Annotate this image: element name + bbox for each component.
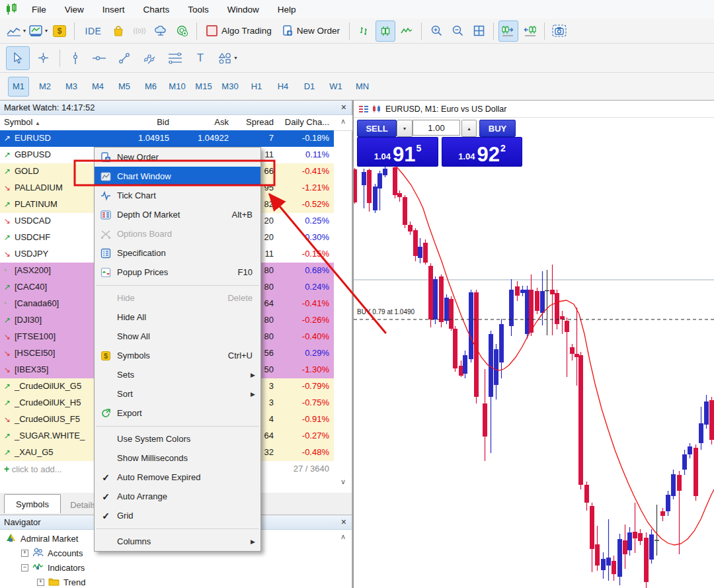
nav-item-accounts[interactable]: +Accounts bbox=[21, 546, 83, 560]
buy-button[interactable]: BUY bbox=[479, 120, 516, 137]
zoom-out-button[interactable] bbox=[448, 21, 467, 42]
fibo-tool-button[interactable] bbox=[163, 46, 188, 70]
scroll-down-icon[interactable]: ∨ bbox=[334, 478, 352, 486]
sell-button[interactable]: SELL bbox=[357, 120, 397, 137]
menu-item-new-order[interactable]: New Order bbox=[95, 147, 260, 167]
text-tool-button[interactable]: T bbox=[189, 46, 212, 70]
menu-item-symbols[interactable]: $SymbolsCtrl+U bbox=[95, 346, 260, 365]
menu-item-show-milliseconds[interactable]: Show Milliseconds bbox=[95, 448, 260, 468]
timeframe-mn[interactable]: MN bbox=[352, 77, 373, 97]
menu-item-popup-prices[interactable]: Popup PricesF10 bbox=[95, 263, 260, 282]
sell-price-display[interactable]: 1.04 91 5 bbox=[357, 137, 438, 167]
vertical-line-tool-button[interactable] bbox=[65, 46, 86, 70]
zoom-in-button[interactable] bbox=[426, 21, 446, 42]
channel-tool-button[interactable] bbox=[138, 46, 161, 70]
depth-of-market-icon[interactable] bbox=[359, 105, 368, 113]
menu-item-show-all[interactable]: Show All bbox=[95, 327, 260, 346]
menu-item-chart-window[interactable]: Chart Window bbox=[95, 167, 260, 186]
volume-increase-button[interactable]: ▴ bbox=[461, 120, 477, 137]
menu-item-sort[interactable]: Sort▶ bbox=[95, 384, 260, 403]
trendline-tool-button[interactable] bbox=[112, 46, 136, 70]
menu-item-auto-remove-expired[interactable]: ✓Auto Remove Expired bbox=[95, 468, 260, 487]
close-icon[interactable]: × bbox=[341, 517, 346, 527]
buy-price-display[interactable]: 1.04 92 2 bbox=[442, 137, 522, 167]
community-button[interactable] bbox=[172, 21, 192, 42]
trend-up-icon: ↗ bbox=[4, 315, 15, 325]
chart-shift-button[interactable] bbox=[520, 21, 539, 42]
timeframe-h1[interactable]: H1 bbox=[246, 77, 267, 97]
expand-icon[interactable]: + bbox=[37, 579, 44, 586]
timeframe-w1[interactable]: W1 bbox=[325, 77, 346, 97]
market-watch-row-eurusd[interactable]: ↗EURUSD1.049151.049227-0.18% bbox=[0, 130, 334, 147]
timeframe-m1[interactable]: M1 bbox=[8, 77, 29, 97]
volume-decrease-button[interactable]: ▾ bbox=[397, 120, 413, 137]
signals-button[interactable]: ((o)) bbox=[130, 21, 149, 42]
screenshot-button[interactable] bbox=[549, 21, 569, 42]
menu-item-auto-arrange[interactable]: ✓Auto Arrange bbox=[95, 487, 260, 506]
menu-file[interactable]: File bbox=[22, 5, 56, 15]
timeframe-h4[interactable]: H4 bbox=[272, 77, 294, 97]
menu-tools[interactable]: Tools bbox=[178, 5, 218, 15]
ide-button[interactable]: IDE bbox=[79, 21, 107, 42]
column-symbol[interactable]: Symbol ▲ bbox=[4, 117, 40, 127]
nav-item-admiral-market[interactable]: Admiral Market bbox=[5, 531, 78, 546]
nav-item-trend[interactable]: +Trend bbox=[37, 575, 85, 588]
symbols-button[interactable]: $ bbox=[50, 21, 69, 42]
column-ask[interactable]: Ask bbox=[172, 117, 229, 127]
menu-item-hide[interactable]: HideDelete bbox=[95, 288, 260, 308]
timeframe-m6[interactable]: M6 bbox=[140, 77, 161, 97]
timeframe-d1[interactable]: D1 bbox=[299, 77, 320, 97]
menu-item-use-system-colors[interactable]: Use System Colors bbox=[95, 429, 260, 448]
scroll-up-icon[interactable]: ∧ bbox=[334, 532, 352, 541]
menu-insert[interactable]: Insert bbox=[93, 5, 134, 15]
bar-chart-mode-button[interactable] bbox=[354, 21, 374, 42]
timeframe-m5[interactable]: M5 bbox=[114, 77, 135, 97]
candle-chart-mode-button[interactable] bbox=[376, 21, 395, 42]
volume-field[interactable]: 1.00 bbox=[413, 120, 460, 136]
column-spread[interactable]: Spread bbox=[233, 117, 274, 127]
shapes-tool-button[interactable]: ▾ bbox=[213, 46, 243, 70]
horizontal-line-tool-button[interactable] bbox=[87, 46, 111, 70]
crosshair-tool-button[interactable] bbox=[31, 46, 55, 70]
menu-item-grid[interactable]: ✓Grid bbox=[95, 506, 260, 525]
menu-item-tick-chart[interactable]: Tick Chart bbox=[95, 186, 260, 205]
menu-charts[interactable]: Charts bbox=[134, 5, 179, 15]
market-button[interactable] bbox=[108, 21, 128, 42]
price-chart[interactable] bbox=[354, 101, 714, 588]
menu-view[interactable]: View bbox=[56, 5, 93, 15]
algo-trading-button[interactable]: Algo Trading bbox=[202, 21, 276, 42]
timeframe-m2[interactable]: M2 bbox=[34, 77, 56, 97]
close-icon[interactable]: × bbox=[341, 102, 346, 112]
timeframe-m4[interactable]: M4 bbox=[87, 77, 108, 97]
tile-windows-button[interactable] bbox=[469, 21, 489, 42]
trend-up-icon: ↗ bbox=[4, 150, 15, 159]
menu-help[interactable]: Help bbox=[268, 5, 305, 15]
auto-scroll-button[interactable] bbox=[498, 21, 518, 42]
collapse-icon[interactable]: − bbox=[21, 564, 28, 571]
menu-item-specification[interactable]: Specification bbox=[95, 243, 260, 263]
new-order-button[interactable]: New Order bbox=[278, 21, 344, 42]
column-daily-change[interactable]: Daily Cha... bbox=[278, 117, 329, 127]
menu-item-columns[interactable]: Columns▶ bbox=[95, 532, 260, 551]
one-click-trading-icon[interactable] bbox=[372, 105, 381, 113]
nav-item-indicators[interactable]: −Indicators bbox=[21, 560, 85, 575]
column-bid[interactable]: Bid bbox=[118, 117, 169, 127]
chart-profiles-button[interactable]: ▾ bbox=[28, 21, 48, 42]
expand-icon[interactable]: + bbox=[21, 550, 28, 557]
vps-button[interactable] bbox=[151, 21, 171, 42]
line-chart-mode-button[interactable] bbox=[397, 21, 416, 42]
cursor-tool-button[interactable] bbox=[6, 46, 30, 70]
timeframe-m30[interactable]: M30 bbox=[219, 77, 241, 97]
menu-item-export[interactable]: Export bbox=[95, 403, 260, 423]
new-chart-button[interactable]: ▾ bbox=[6, 21, 26, 42]
menu-item-sets[interactable]: Sets▶ bbox=[95, 365, 260, 384]
tab-symbols[interactable]: Symbols bbox=[4, 494, 61, 513]
timeframe-m10[interactable]: M10 bbox=[167, 77, 188, 97]
menu-item-hide-all[interactable]: Hide All bbox=[95, 308, 260, 327]
timeframe-m15[interactable]: M15 bbox=[193, 77, 214, 97]
scroll-up-icon[interactable]: ∧ bbox=[334, 117, 352, 126]
menu-item-options-board[interactable]: Options Board bbox=[95, 224, 260, 243]
timeframe-m3[interactable]: M3 bbox=[61, 77, 82, 97]
menu-item-depth-of-market[interactable]: Depth Of MarketAlt+B bbox=[95, 205, 260, 224]
menu-window[interactable]: Window bbox=[218, 5, 268, 15]
